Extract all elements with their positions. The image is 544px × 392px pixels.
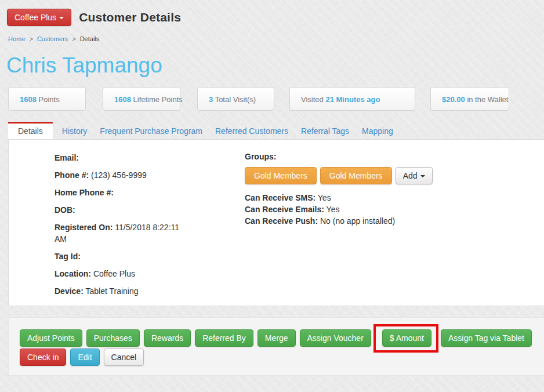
merge-button[interactable]: Merge: [258, 329, 296, 347]
adjust-points-button[interactable]: Adjust Points: [20, 329, 82, 347]
customer-details-page: Coffee Plus Customer Details Home > Cust…: [0, 0, 544, 392]
amount-button-highlight-wrapper: $ Amount: [382, 329, 431, 347]
detail-row-tag-id: Tag Id:: [55, 251, 190, 262]
tab-frequent-purchase-program[interactable]: Frequent Purchase Program: [93, 122, 209, 139]
receive-label: Can Receive SMS:: [245, 193, 315, 202]
customer-info-column: Email: Phone #: (123) 456-9999 Home Phon…: [55, 152, 190, 303]
detail-row-registered-on: Registered On: 11/5/2018 8:22:11 AM: [55, 222, 190, 245]
stat-value: $20.00: [442, 95, 465, 104]
groups-column: Groups: Gold Members Gold Members Add Ca…: [245, 151, 433, 227]
stats-row: 1608 Points 1608 Lifetime Points 3 Total…: [8, 87, 509, 111]
stat-value: 21 Minutes ago: [325, 95, 380, 104]
detail-value: (123) 456-9999: [91, 170, 147, 180]
tab-mapping[interactable]: Mapping: [356, 122, 400, 139]
actions-row-2: Check in Edit Cancel: [20, 349, 144, 366]
detail-label: Device:: [55, 286, 84, 296]
assign-tag-via-tablet-button[interactable]: Assign Tag via Tablet: [441, 329, 532, 347]
breadcrumb-home-link[interactable]: Home: [8, 35, 25, 42]
cancel-button[interactable]: Cancel: [104, 349, 144, 366]
check-in-button[interactable]: Check in: [20, 349, 66, 366]
stat-suffix: Total Visit(s): [215, 95, 256, 104]
detail-label: Email:: [55, 153, 79, 162]
stat-suffix: Points: [39, 95, 60, 104]
groups-label: Groups:: [245, 151, 433, 162]
edit-button[interactable]: Edit: [70, 349, 99, 366]
detail-label: Home Phone #:: [55, 188, 114, 197]
breadcrumb-current: Details: [80, 35, 100, 42]
detail-row-email: Email:: [55, 152, 190, 164]
breadcrumb-customers-link[interactable]: Customers: [37, 35, 68, 42]
detail-label: DOB:: [55, 205, 75, 215]
can-receive-emails-row: Can Receive Emails: Yes: [245, 204, 433, 215]
rewards-button[interactable]: Rewards: [144, 329, 191, 347]
stat-box-total-visits: 3 Total Visit(s): [197, 87, 274, 111]
receive-label: Can Receive Emails:: [245, 205, 324, 214]
stat-box-last-visited: Visited 21 Minutes ago: [289, 87, 415, 111]
breadcrumb: Home > Customers > Details: [8, 35, 99, 42]
stat-box-wallet: $20.00 in the Wallet: [430, 87, 509, 111]
page-title: Customer Details: [79, 10, 181, 24]
detail-value: Tablet Training: [85, 286, 138, 296]
receive-label: Can Receive Push:: [245, 216, 318, 226]
actions-row-1: Adjust Points Purchases Rewards Referred…: [20, 329, 532, 347]
actions-panel: Adjust Points Purchases Rewards Referred…: [8, 317, 544, 376]
group-badge-gold-members-1[interactable]: Gold Members: [245, 167, 317, 184]
detail-row-device: Device: Tablet Training: [55, 285, 190, 297]
group-badges-row: Gold Members Gold Members Add: [245, 167, 433, 184]
breadcrumb-separator: >: [29, 35, 32, 42]
stat-value: 3: [209, 95, 213, 104]
can-receive-sms-row: Can Receive SMS: Yes: [245, 192, 433, 204]
can-receive-push-row: Can Receive Push: No (no app installed): [245, 215, 433, 227]
top-bar: Coffee Plus Customer Details: [7, 9, 181, 26]
assign-voucher-button[interactable]: Assign Voucher: [300, 329, 371, 347]
tab-details[interactable]: Details: [8, 122, 53, 139]
customer-name: Chris Tapmango: [6, 53, 162, 78]
receive-value: Yes: [327, 205, 340, 214]
add-group-button[interactable]: Add: [396, 167, 433, 184]
details-panel: Email: Phone #: (123) 456-9999 Home Phon…: [8, 139, 544, 306]
caret-down-icon: [59, 17, 64, 19]
receive-value: No (no app installed): [320, 216, 395, 226]
group-badge-gold-members-2[interactable]: Gold Members: [320, 167, 392, 184]
detail-row-phone: Phone #: (123) 456-9999: [55, 169, 190, 181]
receive-value: Yes: [318, 193, 331, 202]
stat-box-points: 1608 Points: [8, 87, 86, 111]
tab-referred-customers[interactable]: Referred Customers: [209, 122, 295, 139]
detail-value: Coffee Plus: [93, 269, 135, 278]
detail-label: Phone #:: [55, 170, 89, 180]
amount-button[interactable]: $ Amount: [382, 329, 431, 347]
detail-label: Registered On:: [55, 223, 113, 232]
tab-history[interactable]: History: [56, 122, 94, 139]
merchant-dropdown-button[interactable]: Coffee Plus: [7, 9, 71, 26]
detail-label: Tag Id:: [55, 252, 81, 261]
caret-down-icon: [420, 175, 425, 177]
detail-row-location: Location: Coffee Plus: [55, 268, 190, 280]
stat-prefix: Visited: [301, 95, 324, 104]
stat-value: 1608: [20, 95, 37, 104]
referred-by-button[interactable]: Referred By: [195, 329, 253, 347]
stat-value: 1608: [114, 95, 131, 104]
purchases-button[interactable]: Purchases: [86, 329, 140, 347]
stat-suffix: Lifetime Points: [133, 95, 183, 104]
detail-row-home-phone: Home Phone #:: [55, 187, 190, 198]
tab-bar: Details History Frequent Purchase Progra…: [8, 122, 400, 139]
detail-row-dob: DOB:: [55, 204, 190, 216]
merchant-dropdown-label: Coffee Plus: [14, 13, 56, 22]
stat-suffix: in the Wallet: [467, 95, 508, 104]
tab-referral-tags[interactable]: Referral Tags: [295, 122, 356, 139]
detail-label: Location:: [55, 269, 91, 278]
stat-box-lifetime-points: 1608 Lifetime Points: [103, 87, 180, 111]
add-group-label: Add: [403, 171, 418, 180]
breadcrumb-separator: >: [72, 35, 75, 42]
